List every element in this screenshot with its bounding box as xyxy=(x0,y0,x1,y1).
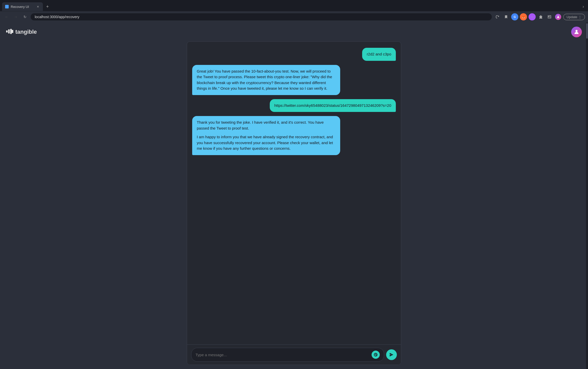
logo-text: tangible xyxy=(15,29,37,35)
extension-icon-2[interactable]: ⬡ xyxy=(529,13,536,20)
chat-messages: r2d2 and c3po Great job! You have passed… xyxy=(187,42,401,344)
url-bar[interactable] xyxy=(31,13,492,20)
svg-rect-2 xyxy=(550,16,551,16)
svg-rect-7 xyxy=(8,29,10,33)
message-input[interactable] xyxy=(195,353,370,357)
message-row: https://twitter.com/sky65488023/status/1… xyxy=(192,99,396,112)
back-button[interactable]: ← xyxy=(3,13,10,20)
tab-chevron[interactable]: › xyxy=(581,3,586,10)
scrollbar-thumb xyxy=(586,23,588,39)
reload-button[interactable]: ↻ xyxy=(21,13,29,20)
toolbar-icons: G 🦊 ⬡ Update ⋮ xyxy=(494,13,585,20)
extensions-icon[interactable] xyxy=(537,13,544,20)
svg-point-10 xyxy=(575,30,578,32)
update-button[interactable]: Update ⋮ xyxy=(563,14,585,20)
app-header: tangible xyxy=(0,22,588,41)
bot-message-2: Thank you for tweeting the joke. I have … xyxy=(192,116,340,155)
send-button[interactable] xyxy=(386,349,397,360)
browser-chrome: Recovery UI ✕ + › ← → ↻ G 🦊 ⬡ xyxy=(0,0,588,22)
active-tab[interactable]: Recovery UI ✕ xyxy=(2,2,43,11)
attach-icon-button[interactable] xyxy=(372,351,380,359)
app-container: tangible r2d2 and c3po Great job! You ha… xyxy=(0,22,588,369)
chat-input-area xyxy=(187,344,401,365)
tab-close-button[interactable]: ✕ xyxy=(36,5,40,9)
extension-icon-1[interactable]: 🦊 xyxy=(520,13,527,20)
tab-title: Recovery UI xyxy=(11,5,34,9)
svg-rect-9 xyxy=(12,30,13,33)
svg-rect-6 xyxy=(6,30,8,32)
page-scrollbar[interactable] xyxy=(586,22,588,369)
svg-rect-3 xyxy=(550,17,551,17)
bot-message-1: Great job! You have passed the 10-fact-a… xyxy=(192,65,340,95)
logo-icon xyxy=(6,29,13,35)
svg-rect-8 xyxy=(10,29,12,34)
svg-rect-1 xyxy=(548,16,549,17)
chat-container: r2d2 and c3po Great job! You have passed… xyxy=(187,41,401,365)
user-message-2: https://twitter.com/sky65488023/status/1… xyxy=(270,99,396,112)
forward-button[interactable]: → xyxy=(12,13,19,20)
google-icon[interactable]: G xyxy=(511,13,518,20)
reader-view-icon[interactable] xyxy=(546,13,553,20)
address-bar: ← → ↻ G 🦊 ⬡ xyxy=(0,11,588,22)
share-icon[interactable] xyxy=(494,13,501,20)
chat-wrapper: r2d2 and c3po Great job! You have passed… xyxy=(0,41,588,369)
send-icon xyxy=(389,352,394,357)
svg-rect-4 xyxy=(550,17,551,18)
user-message-1: r2d2 and c3po xyxy=(362,48,396,61)
profile-icon[interactable] xyxy=(555,13,562,20)
bookmark-icon[interactable] xyxy=(503,13,510,20)
message-row: Thank you for tweeting the joke. I have … xyxy=(192,116,396,155)
user-avatar[interactable] xyxy=(571,27,582,37)
message-row: r2d2 and c3po xyxy=(192,48,396,61)
app-logo: tangible xyxy=(6,29,37,35)
tab-bar: Recovery UI ✕ + › xyxy=(0,0,588,11)
svg-point-5 xyxy=(558,16,559,17)
message-row: Great job! You have passed the 10-fact-a… xyxy=(192,65,396,95)
message-input-wrapper xyxy=(191,348,384,362)
tab-favicon xyxy=(5,5,9,8)
new-tab-button[interactable]: + xyxy=(44,3,51,10)
